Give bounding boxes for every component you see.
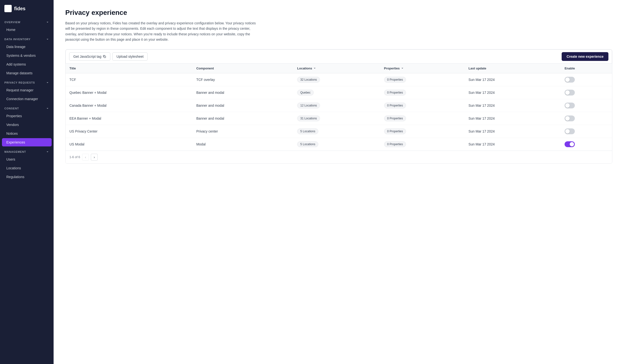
sidebar-item-properties[interactable]: Properties bbox=[2, 112, 52, 120]
create-new-experience-button[interactable]: Create new experience bbox=[562, 52, 608, 61]
sidebar-item-systems-vendors[interactable]: Systems & vendors bbox=[2, 52, 52, 60]
sidebar-item-add-systems[interactable]: Add systems bbox=[2, 60, 52, 68]
col-locations[interactable]: Locations bbox=[293, 64, 380, 73]
enable-toggle-3[interactable] bbox=[565, 103, 575, 108]
toggle-thumb bbox=[565, 78, 570, 82]
locations-sort-icon bbox=[313, 67, 316, 70]
table-body: TCF TCF overlay 32 Locations 0 Propertie… bbox=[66, 73, 612, 151]
toggle-thumb bbox=[565, 129, 570, 133]
cell-last-update: Sun Mar 17 2024 bbox=[465, 86, 561, 99]
sidebar-item-experiences[interactable]: Experiences bbox=[2, 138, 52, 146]
page-title: Privacy experience bbox=[65, 9, 612, 17]
pagination: 1-6 of 6 ‹ › bbox=[66, 151, 612, 163]
upload-stylesheet-button[interactable]: Upload stylesheet bbox=[112, 52, 148, 61]
table-row[interactable]: US Modal Modal 5 Locations 0 Properties … bbox=[66, 138, 612, 151]
cell-properties: 0 Properties bbox=[380, 99, 465, 112]
pagination-prev-button[interactable]: ‹ bbox=[82, 154, 89, 160]
table-row[interactable]: TCF TCF overlay 32 Locations 0 Propertie… bbox=[66, 73, 612, 86]
cell-component: Banner and modal bbox=[192, 99, 293, 112]
cell-enable bbox=[561, 99, 612, 112]
col-properties[interactable]: Properties bbox=[380, 64, 465, 73]
enable-toggle-6[interactable] bbox=[565, 141, 575, 147]
col-last-update: Last update bbox=[465, 64, 561, 73]
cell-enable bbox=[561, 112, 612, 125]
toggle-thumb bbox=[570, 142, 574, 146]
cell-properties: 0 Properties bbox=[380, 138, 465, 151]
section-privacy-requests: PRIVACY REQUESTS bbox=[0, 78, 53, 86]
pagination-range: 1-6 of 6 bbox=[69, 155, 80, 159]
sidebar-item-locations[interactable]: Locations bbox=[2, 164, 52, 172]
sidebar-item-users[interactable]: Users bbox=[2, 155, 52, 163]
toggle-thumb bbox=[565, 116, 570, 121]
cell-last-update: Sun Mar 17 2024 bbox=[465, 125, 561, 138]
cell-locations: 5 Locations bbox=[293, 125, 380, 138]
cell-title: TCF bbox=[66, 73, 192, 86]
cell-component: Banner and modal bbox=[192, 112, 293, 125]
table-row[interactable]: Quebec Banner + Modal Banner and modal Q… bbox=[66, 86, 612, 99]
table-toolbar: Get JavaScript tag Upload stylesheet Cre… bbox=[66, 50, 612, 64]
cell-properties: 0 Properties bbox=[380, 125, 465, 138]
col-component: Component bbox=[192, 64, 293, 73]
cell-properties: 0 Properties bbox=[380, 73, 465, 86]
cell-enable bbox=[561, 86, 612, 99]
experiences-table: Title Component Locations Properties bbox=[66, 64, 612, 151]
sidebar-item-request-manager[interactable]: Request manager bbox=[2, 86, 52, 94]
sidebar-item-notices[interactable]: Notices bbox=[2, 129, 52, 138]
cell-locations: Quebec bbox=[293, 86, 380, 99]
page-description: Based on your privacy notices, Fides has… bbox=[65, 21, 260, 42]
cell-last-update: Sun Mar 17 2024 bbox=[465, 112, 561, 125]
cell-title: Quebec Banner + Modal bbox=[66, 86, 192, 99]
sidebar-item-vendors[interactable]: Vendors bbox=[2, 121, 52, 129]
cell-title: US Privacy Center bbox=[66, 125, 192, 138]
sidebar: fides OVERVIEW Home DATA INVENTORY Data … bbox=[0, 0, 53, 364]
toggle-thumb bbox=[565, 103, 570, 108]
cell-last-update: Sun Mar 17 2024 bbox=[465, 138, 561, 151]
table-row[interactable]: US Privacy Center Privacy center 5 Locat… bbox=[66, 125, 612, 138]
pagination-next-button[interactable]: › bbox=[91, 154, 98, 160]
sidebar-item-regulations[interactable]: Regulations bbox=[2, 173, 52, 181]
sidebar-item-data-lineage[interactable]: Data lineage bbox=[2, 43, 52, 51]
enable-toggle-1[interactable] bbox=[565, 77, 575, 83]
cell-component: Modal bbox=[192, 138, 293, 151]
cell-enable bbox=[561, 125, 612, 138]
section-data-inventory: DATA INVENTORY bbox=[0, 34, 53, 42]
copy-icon bbox=[103, 55, 106, 58]
cell-properties: 0 Properties bbox=[380, 86, 465, 99]
sidebar-item-manage-datasets[interactable]: Manage datasets bbox=[2, 69, 52, 77]
cell-title: EEA Banner + Modal bbox=[66, 112, 192, 125]
toolbar-left: Get JavaScript tag Upload stylesheet bbox=[69, 52, 148, 61]
sidebar-item-connection-manager[interactable]: Connection manager bbox=[2, 95, 52, 103]
cell-component: Privacy center bbox=[192, 125, 293, 138]
enable-toggle-4[interactable] bbox=[565, 115, 575, 121]
svg-rect-0 bbox=[104, 56, 106, 57]
cell-component: TCF overlay bbox=[192, 73, 293, 86]
section-overview: OVERVIEW bbox=[0, 17, 53, 25]
table-row[interactable]: Canada Banner + Modal Banner and modal 1… bbox=[66, 99, 612, 112]
col-title: Title bbox=[66, 64, 192, 73]
properties-sort-icon bbox=[401, 67, 404, 70]
cell-locations: 31 Locations bbox=[293, 112, 380, 125]
cell-component: Banner and modal bbox=[192, 86, 293, 99]
get-js-tag-button[interactable]: Get JavaScript tag bbox=[69, 52, 110, 61]
cell-last-update: Sun Mar 17 2024 bbox=[465, 99, 561, 112]
section-management: MANAGEMENT bbox=[0, 147, 53, 155]
cell-title: US Modal bbox=[66, 138, 192, 151]
section-consent: CONSENT bbox=[0, 103, 53, 112]
logo-box bbox=[4, 5, 12, 12]
toggle-thumb bbox=[565, 90, 570, 95]
cell-properties: 0 Properties bbox=[380, 112, 465, 125]
table-header-row: Title Component Locations Properties bbox=[66, 64, 612, 73]
sidebar-item-home[interactable]: Home bbox=[2, 26, 52, 34]
logo: fides bbox=[0, 0, 53, 17]
logo-text: fides bbox=[14, 6, 26, 11]
cell-locations: 32 Locations bbox=[293, 73, 380, 86]
enable-toggle-5[interactable] bbox=[565, 129, 575, 134]
col-enable: Enable bbox=[561, 64, 612, 73]
cell-locations: 12 Locations bbox=[293, 99, 380, 112]
enable-toggle-2[interactable] bbox=[565, 90, 575, 96]
cell-title: Canada Banner + Modal bbox=[66, 99, 192, 112]
table-row[interactable]: EEA Banner + Modal Banner and modal 31 L… bbox=[66, 112, 612, 125]
main-content: Privacy experience Based on your privacy… bbox=[53, 0, 624, 364]
cell-enable bbox=[561, 73, 612, 86]
cell-last-update: Sun Mar 17 2024 bbox=[465, 73, 561, 86]
